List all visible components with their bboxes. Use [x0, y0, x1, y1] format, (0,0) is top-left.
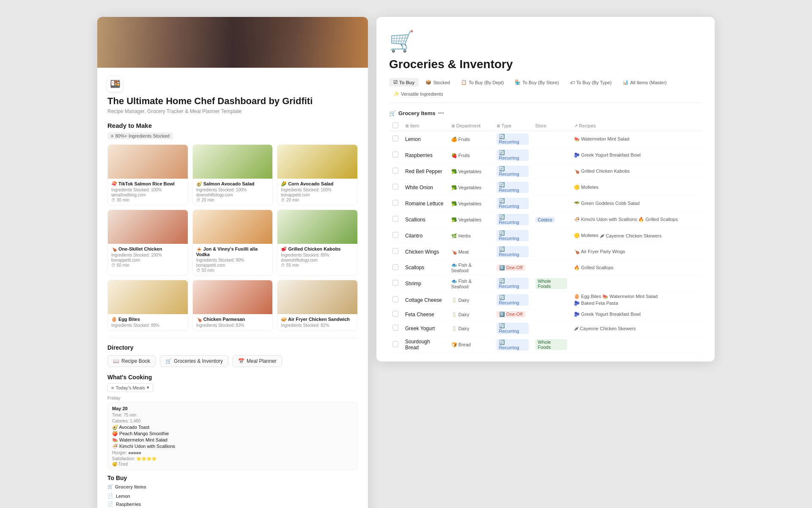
recipe-link[interactable]: 🟡 Molletes — [574, 185, 598, 190]
grocery-table: ⊕ Item⊕ Department⊕ Type Store↗ Recipes … — [389, 121, 702, 353]
recipe-card[interactable]: 🥚 Egg Bites Ingredients Stocked: 89% — [107, 280, 188, 331]
recipe-stocked: Ingredients Stocked: 100% — [196, 188, 269, 192]
dept-badge: 🍊 Fruits — [451, 137, 470, 142]
recipe-card[interactable]: 🥪 Air Fryer Chicken Sandwich Ingredients… — [277, 280, 358, 331]
dept-badge: 🥛 Dairy — [451, 298, 469, 303]
recipe-grid: 🍣 TikTok Salmon Rice Bowl Ingredients St… — [107, 144, 358, 331]
meal-date: May 20 — [112, 406, 353, 411]
recipe-link[interactable]: 🫐 Baked Feta Pasta — [574, 301, 618, 306]
row-checkbox[interactable] — [392, 248, 398, 254]
item-name: White Onion — [405, 185, 433, 190]
row-checkbox[interactable] — [392, 296, 398, 302]
tab-all-items--master-[interactable]: 📊All Items (Master) — [618, 78, 671, 87]
recipe-link[interactable]: 🫐 Greek Yogurt Breakfast Bowl — [574, 312, 641, 317]
to-buy-item: 📄Raspberries — [107, 500, 358, 508]
tab-to-buy[interactable]: ☑To Buy — [389, 78, 419, 87]
table-row: Lemon 🍊 Fruits 🔄 Recurring 🍉 Watermelon … — [389, 131, 702, 147]
recipe-card[interactable]: 🥑 Salmon Avocado Salad Ingredients Stock… — [192, 144, 273, 205]
recipe-link[interactable]: 🍜 Kimchi Udon with Scallions — [574, 217, 637, 222]
dept-badge: 🐟 Fish & Seafood — [451, 262, 490, 273]
meal-hunger: Hunger: ■■■■■ — [112, 450, 353, 455]
recipe-link[interactable]: 🔥 Grilled Scallops — [574, 265, 613, 271]
tab-to-buy--by-type-[interactable]: 🏷To Buy (By Type) — [566, 78, 616, 87]
recipe-source: iamafoodblog.com — [111, 193, 184, 197]
type-badge: 🔄 Recurring — [497, 246, 529, 257]
select-all-checkbox[interactable] — [392, 122, 398, 128]
row-checkbox[interactable] — [392, 216, 398, 222]
recipe-card[interactable]: 🍣 TikTok Salmon Rice Bowl Ingredients St… — [107, 144, 188, 205]
dept-badge: 🍓 Fruits — [451, 153, 470, 158]
recipe-link[interactable]: 🔥 Grilled Scallops — [638, 217, 678, 222]
item-name: Shrimp — [405, 281, 421, 287]
recipe-link[interactable]: 🌶 Cayenne Chicken Skewers — [600, 233, 661, 238]
recipe-link[interactable]: 🫐 Greek Yogurt Breakfast Bowl — [574, 152, 641, 158]
tab-to-buy--by-dept-[interactable]: 📋To Buy (By Dept) — [457, 78, 508, 87]
row-checkbox[interactable] — [392, 280, 398, 286]
directory-link[interactable]: 📅Meal Planner — [233, 355, 282, 367]
col-header-5: ↗ Recipes — [571, 121, 702, 131]
table-row: Sourdough Bread 🍞 Bread 🔄 Recurring Whol… — [389, 337, 702, 353]
recipes-cell: 🍜 Kimchi Udon with Scallions 🔥 Grilled S… — [574, 217, 699, 222]
recipe-link[interactable]: 🍗 Grilled Chicken Kabobs — [574, 168, 630, 174]
ready-to-make-title: Ready to Make — [107, 122, 358, 129]
recipes-cell: 🫐 Greek Yogurt Breakfast Bowl — [574, 312, 699, 317]
recipe-name: 🍝 Jon & Vinny's Fusilli alla Vodka — [196, 246, 269, 257]
row-checkbox[interactable] — [392, 135, 398, 141]
table-row: Shrimp 🐟 Fish & Seafood 🔄 Recurring Whol… — [389, 276, 702, 292]
recipe-link[interactable]: 🥚 Egg Bites — [574, 294, 601, 299]
recipe-link[interactable]: 🍉 Watermelon Mint Salad — [602, 294, 658, 299]
meals-filter-badge[interactable]: ≡ Today's Meals ▾ — [107, 383, 153, 392]
row-checkbox[interactable] — [392, 341, 398, 347]
directory-link[interactable]: 🛒Groceries & Inventory — [160, 355, 228, 367]
row-checkbox[interactable] — [392, 232, 398, 238]
dept-badge: 🍗 Meat — [451, 249, 469, 255]
item-name: Cilantro — [405, 233, 422, 239]
row-checkbox[interactable] — [392, 325, 398, 331]
right-panel: 🛒 Groceries & Inventory ☑To Buy📦Stocked📋… — [376, 17, 715, 362]
recipe-stocked: Ingredients Stocked: 100% — [111, 253, 184, 257]
table-row: Scallions 🥦 Vegetables 🔄 Recurring Costc… — [389, 212, 702, 228]
type-badge: 🔄 Recurring — [497, 323, 529, 334]
to-buy-item: 📄Lemon — [107, 492, 358, 500]
directory-link[interactable]: 📖Recipe Book — [107, 355, 156, 367]
recipe-card[interactable]: 🥩 Grilled Chicken Kabobs Ingredients Sto… — [277, 210, 358, 276]
recipe-card[interactable]: 🌽 Corn Avocado Salad Ingredients Stocked… — [277, 144, 358, 205]
table-row: Romaine Lettuce 🥦 Vegetables 🔄 Recurring… — [389, 196, 702, 212]
type-badge: 🔄 Recurring — [497, 198, 529, 209]
item-name: Feta Cheese — [405, 312, 434, 318]
meal-notes: 😴 Tired — [112, 462, 353, 467]
recipe-stocked: Ingredients Stocked: 90% — [196, 258, 269, 262]
row-checkbox[interactable] — [392, 184, 398, 190]
type-badge: 1️⃣ One-Off — [497, 311, 525, 318]
recipe-link[interactable]: 🟡 Molletes — [574, 233, 598, 238]
col-header-2: ⊕ Department — [448, 121, 493, 131]
col-header-1: ⊕ Item — [402, 121, 448, 131]
whats-cooking-title: What's Cooking — [107, 374, 358, 381]
tab-stocked[interactable]: 📦Stocked — [421, 78, 454, 87]
recipe-link[interactable]: 🥗 Green Goddess Cobb Salad — [574, 201, 639, 206]
type-badge: 🔄 Recurring — [497, 133, 529, 145]
grocery-items-subtitle: 🛒 Grocery Items — [107, 484, 358, 489]
recipes-cell: 🥗 Green Goddess Cobb Salad — [574, 201, 699, 206]
row-checkbox[interactable] — [392, 264, 398, 270]
recipe-time: ⏱ 55 min — [281, 263, 354, 268]
row-checkbox[interactable] — [392, 311, 398, 317]
table-row: Red Bell Pepper 🥦 Vegetables 🔄 Recurring… — [389, 163, 702, 179]
tab-to-buy--by-store-[interactable]: 🏪To Buy (By Store) — [510, 78, 563, 87]
type-badge: 🔄 Recurring — [497, 182, 529, 193]
recipe-link[interactable]: 🌶 Cayenne Chicken Skewers — [574, 326, 636, 331]
recipe-link[interactable]: 🍗 Air Fryer Party Wings — [574, 249, 625, 254]
recipe-name: 🥩 Grilled Chicken Kabobs — [281, 246, 354, 252]
row-checkbox[interactable] — [392, 200, 398, 206]
recipe-card[interactable]: 🍝 Jon & Vinny's Fusilli alla Vodka Ingre… — [192, 210, 273, 276]
recipe-card[interactable]: 🍗 One-Skillet Chicken Ingredients Stocke… — [107, 210, 188, 276]
row-checkbox[interactable] — [392, 168, 398, 174]
directory-section: Directory 📖Recipe Book🛒Groceries & Inven… — [107, 338, 358, 367]
row-checkbox[interactable] — [392, 152, 398, 157]
recipe-name: 🥑 Salmon Avocado Salad — [196, 181, 269, 187]
recipe-link[interactable]: 🍉 Watermelon Mint Salad — [574, 136, 629, 142]
cart-icon: 🛒 — [389, 30, 702, 53]
tab-versatile-ingredients[interactable]: ✨Versatile Ingredients — [389, 89, 447, 98]
item-name: Cottage Cheese — [405, 297, 442, 303]
recipe-card[interactable]: 🍗 Chicken Parmesan Ingredients Stocked: … — [192, 280, 273, 331]
